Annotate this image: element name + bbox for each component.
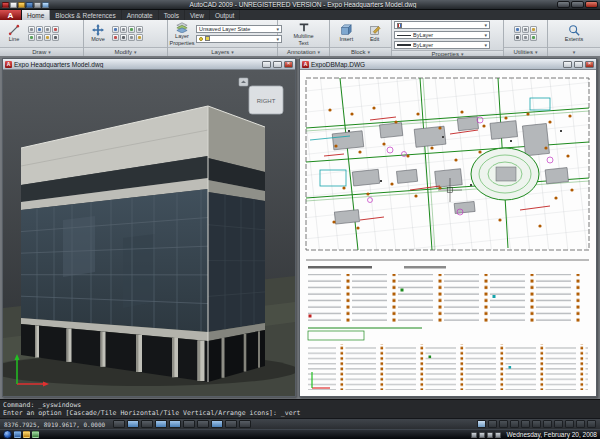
network-icon[interactable] <box>487 432 493 438</box>
polyline-icon[interactable] <box>28 26 35 33</box>
tray-icon-1[interactable] <box>471 432 477 438</box>
arc-icon[interactable] <box>44 26 51 33</box>
taskbar-clock[interactable]: Wednesday, February 20, 2008 <box>507 431 597 438</box>
dyn-toggle[interactable] <box>211 420 223 428</box>
ducs-toggle[interactable] <box>197 420 209 428</box>
lineweight-dropdown[interactable]: ByLayer <box>394 41 490 49</box>
save-icon[interactable] <box>26 2 33 8</box>
map-close-button[interactable] <box>585 61 594 68</box>
mirror-icon[interactable] <box>136 26 143 33</box>
command-prompt-line[interactable]: Enter an option [Cascade/Tile Horizontal… <box>3 409 597 417</box>
undo-icon[interactable] <box>42 2 49 8</box>
edit-block-button[interactable]: Edit <box>363 24 387 43</box>
workspace-switching-icon[interactable] <box>565 420 574 428</box>
quick-view-drawings-button[interactable] <box>499 420 508 428</box>
map-viewport[interactable] <box>300 70 596 396</box>
grid-toggle[interactable] <box>127 420 139 428</box>
circle-icon[interactable] <box>36 26 43 33</box>
ribbon-tab-annotate[interactable]: Annotate <box>122 10 159 20</box>
layer-state-dropdown[interactable]: Unsaved Layer State <box>196 25 282 33</box>
ribbon-tab-blocks-references[interactable]: Blocks & References <box>50 10 121 20</box>
quick-launch-icon-3[interactable] <box>32 431 39 438</box>
window-titlebar[interactable]: AutoCAD 2009 - UNREGISTERED VERSION - Ex… <box>0 0 600 10</box>
zoom-extents-button[interactable]: Extents <box>562 24 586 43</box>
ortho-toggle[interactable] <box>141 420 153 428</box>
paste-icon[interactable] <box>522 34 529 41</box>
layer-dropdown[interactable] <box>196 35 282 43</box>
rectangle-icon[interactable] <box>52 26 59 33</box>
multiline-text-button[interactable]: Multiline Text <box>292 21 316 46</box>
move-tool-button[interactable]: Move <box>86 24 110 43</box>
quick-view-layouts-button[interactable] <box>488 420 497 428</box>
qp-toggle[interactable] <box>239 420 251 428</box>
toolbar-lock-icon[interactable] <box>576 420 585 428</box>
line-tool-button[interactable]: Line <box>2 24 26 43</box>
new-file-icon[interactable] <box>10 2 17 8</box>
measure-icon[interactable] <box>514 26 521 33</box>
trim-icon[interactable] <box>120 26 127 33</box>
block-panel-label[interactable]: Block <box>330 47 391 56</box>
copy-icon[interactable] <box>128 26 135 33</box>
ellipse-icon[interactable] <box>36 34 43 41</box>
close-button[interactable] <box>585 1 598 8</box>
layers-panel-label[interactable]: Layers <box>168 47 277 56</box>
utilities-panel-label[interactable]: Utilities <box>504 47 547 56</box>
volume-icon[interactable] <box>495 432 501 438</box>
zoom-tool-icon[interactable] <box>521 420 530 428</box>
point-icon[interactable] <box>44 34 51 41</box>
pan-tool-icon[interactable] <box>510 420 519 428</box>
array-icon[interactable] <box>128 34 135 41</box>
start-button[interactable] <box>3 430 12 439</box>
model-space-button[interactable] <box>477 420 486 428</box>
plot-icon[interactable] <box>34 2 41 8</box>
snap-toggle[interactable] <box>113 420 125 428</box>
map-minimize-button[interactable] <box>563 61 572 68</box>
annotation-scale-button[interactable] <box>554 420 563 428</box>
ribbon-tab-view[interactable]: View <box>185 10 210 20</box>
insert-block-button[interactable]: Insert <box>334 24 358 43</box>
steeringwheel-icon[interactable] <box>532 420 541 428</box>
layer-properties-button[interactable]: Layer Properties <box>170 21 194 46</box>
ribbon-tab-tools[interactable]: Tools <box>159 10 185 20</box>
otrack-toggle[interactable] <box>183 420 195 428</box>
id-point-icon[interactable] <box>522 26 529 33</box>
spline-icon[interactable] <box>52 34 59 41</box>
annotation-panel-label[interactable]: Annotation <box>278 47 329 56</box>
hatch-icon[interactable] <box>28 34 35 41</box>
linetype-dropdown[interactable]: ByLayer <box>394 31 490 39</box>
ribbon-tab-output[interactable]: Output <box>210 10 241 20</box>
object-color-dropdown[interactable] <box>394 21 490 29</box>
quick-launch-icon-2[interactable] <box>23 431 30 438</box>
model-window-titlebar[interactable]: A Expo Headquarters Model.dwg <box>3 59 295 70</box>
quick-calc-icon[interactable] <box>530 26 537 33</box>
quick-launch-icon-1[interactable] <box>14 431 21 438</box>
model-viewport[interactable]: RIGHT <box>3 70 295 396</box>
model-minimize-button[interactable] <box>262 61 271 68</box>
lwt-toggle[interactable] <box>225 420 237 428</box>
open-file-icon[interactable] <box>18 2 25 8</box>
autocad-logo-icon[interactable] <box>2 2 9 8</box>
menu-browser-button[interactable]: A <box>0 10 22 20</box>
rotate-icon[interactable] <box>112 26 119 33</box>
draw-panel-label[interactable]: Draw <box>0 47 83 56</box>
erase-icon[interactable] <box>112 34 119 41</box>
zoom-panel-label[interactable] <box>548 47 600 56</box>
scale-icon[interactable] <box>136 34 143 41</box>
maximize-button[interactable] <box>571 1 584 8</box>
polar-toggle[interactable] <box>155 420 167 428</box>
map-window-titlebar[interactable]: A ExpoDBMap.DWG <box>300 59 596 70</box>
showmotion-icon[interactable] <box>543 420 552 428</box>
tray-icon-2[interactable] <box>479 432 485 438</box>
model-close-button[interactable] <box>284 61 293 68</box>
quick-select-icon[interactable] <box>514 34 521 41</box>
coordinate-readout[interactable]: 8376.7925, 8919.9617, 0.0000 <box>4 421 105 428</box>
minimize-button[interactable] <box>557 1 570 8</box>
offset-icon[interactable] <box>120 34 127 41</box>
osnap-toggle[interactable] <box>169 420 181 428</box>
match-properties-icon[interactable] <box>530 34 537 41</box>
map-restore-button[interactable] <box>574 61 583 68</box>
modify-panel-label[interactable]: Modify <box>84 47 167 56</box>
clean-screen-button[interactable] <box>587 420 596 428</box>
ribbon-tab-home[interactable]: Home <box>22 10 50 20</box>
model-restore-button[interactable] <box>273 61 282 68</box>
